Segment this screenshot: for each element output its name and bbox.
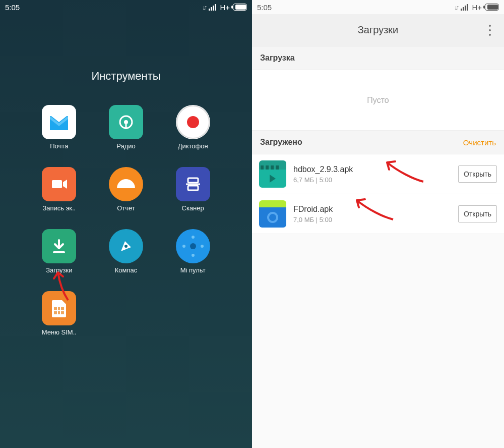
empty-text: Пусто [367, 96, 389, 105]
status-bar: 5:05 ↓↑ H+ [0, 0, 252, 14]
app-label: Радио [116, 142, 136, 150]
app-label: Загрузки [46, 266, 72, 274]
app-label: Компас [115, 266, 138, 274]
signal-icon [461, 4, 469, 11]
app-mail[interactable]: Почта [34, 105, 84, 150]
open-file-button[interactable]: Открыть [458, 205, 497, 222]
mail-icon [42, 105, 76, 139]
app-label: Почта [50, 142, 68, 150]
app-compass[interactable]: Компас [101, 229, 151, 274]
app-label: Диктофон [178, 142, 208, 150]
download-info: hdbox_2.9.3.apk 6,7 МБ | 5:00 [293, 165, 451, 184]
data-activity-icon: ↓↑ [202, 4, 206, 11]
app-mi-remote[interactable]: Mi пульт [168, 229, 218, 274]
svg-point-14 [190, 243, 196, 249]
clear-downloads-button[interactable]: Очистить [463, 138, 496, 147]
network-type-label: H+ [220, 3, 230, 12]
svg-point-4 [187, 116, 199, 128]
battery-icon [233, 4, 247, 11]
report-icon [109, 167, 143, 201]
file-name: FDroid.apk [293, 205, 451, 214]
status-bar: 5:05 ↓↑ H+ [252, 0, 504, 14]
sim-menu-icon [42, 291, 76, 325]
app-radio[interactable]: Радио [101, 105, 151, 150]
signal-icon [209, 4, 217, 11]
section-done-header: Загружено Очистить [252, 131, 504, 154]
svg-point-18 [201, 245, 204, 248]
svg-point-15 [192, 236, 195, 239]
download-row[interactable]: FDroid.apk 7,0 МБ | 5:00 Открыть [252, 194, 504, 234]
app-scanner[interactable]: Сканер [168, 167, 218, 212]
battery-icon [485, 4, 499, 11]
app-label: Запись эк.. [42, 204, 76, 212]
app-folder-grid: Почта Радио Диктофон Запись эк.. Отчет [0, 105, 252, 336]
page-title: Загрузки [252, 24, 504, 36]
status-time: 5:05 [5, 3, 20, 12]
radio-icon [109, 105, 143, 139]
file-name: hdbox_2.9.3.apk [293, 165, 451, 174]
app-recorder[interactable]: Диктофон [168, 105, 218, 150]
data-activity-icon: ↓↑ [454, 4, 458, 11]
open-file-button[interactable]: Открыть [458, 165, 497, 183]
downloads-header: Загрузки [252, 14, 504, 46]
app-report[interactable]: Отчет [101, 167, 151, 212]
svg-rect-5 [52, 180, 62, 188]
file-thumb-icon [259, 160, 286, 188]
screen-recorder-icon [42, 167, 76, 201]
file-meta: 6,7 МБ | 5:00 [293, 176, 451, 184]
svg-point-12 [124, 245, 128, 248]
scanner-icon [176, 167, 210, 201]
app-sim-menu[interactable]: Меню SIM.. [34, 291, 84, 336]
svg-point-16 [192, 254, 195, 257]
empty-state: Пусто [252, 70, 504, 131]
voice-recorder-icon [176, 105, 210, 139]
download-info: FDroid.apk 7,0 МБ | 5:00 [293, 205, 451, 223]
network-type-label: H+ [472, 3, 482, 12]
mi-remote-icon [176, 229, 210, 263]
svg-rect-7 [188, 178, 198, 183]
status-time: 5:05 [257, 3, 272, 12]
section-label: Загрузка [260, 53, 295, 63]
svg-point-17 [182, 245, 185, 248]
app-label: Mi пульт [180, 266, 206, 274]
compass-icon [109, 229, 143, 263]
file-thumb-icon [259, 200, 286, 228]
svg-rect-8 [188, 186, 198, 190]
downloads-icon [42, 229, 76, 263]
right-screenshot: 5:05 ↓↑ H+ Загрузки Загрузка Пусто Загру… [252, 0, 504, 448]
file-meta: 7,0 МБ | 5:00 [293, 216, 451, 223]
folder-title: Инструменты [0, 70, 252, 83]
svg-point-1 [124, 120, 128, 124]
app-label: Меню SIM.. [42, 328, 77, 336]
app-downloads[interactable]: Загрузки [34, 229, 84, 274]
section-in-progress-header: Загрузка [252, 46, 504, 70]
app-screen-recorder[interactable]: Запись эк.. [34, 167, 84, 212]
overflow-menu-button[interactable] [485, 23, 495, 37]
app-label: Сканер [182, 204, 204, 212]
app-label: Отчет [117, 204, 135, 212]
download-row[interactable]: hdbox_2.9.3.apk 6,7 МБ | 5:00 Открыть [252, 154, 504, 194]
left-screenshot: 5:05 ↓↑ H+ Инструменты Почта Радио Дикт [0, 0, 252, 448]
section-label: Загружено [260, 138, 302, 147]
